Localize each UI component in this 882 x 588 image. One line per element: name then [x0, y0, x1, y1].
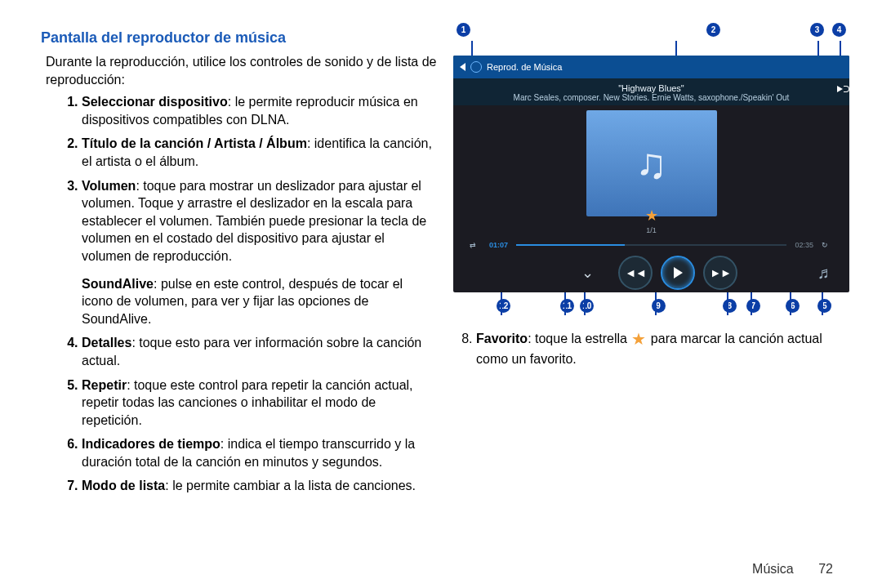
list-mode-icon[interactable]: ♬: [817, 264, 830, 283]
feature-list-right: Favorito: toque la estrella ★ para marca…: [453, 328, 849, 368]
section-heading: Pantalla del reproductor de música: [41, 29, 437, 47]
repeat-icon[interactable]: [822, 241, 833, 249]
item-rest: : le permite cambiar a la lista de canci…: [165, 479, 416, 492]
progress-bar[interactable]: [516, 244, 786, 246]
back-icon[interactable]: [460, 63, 466, 71]
time-total: 02:35: [795, 241, 813, 249]
callout-1: 1: [457, 23, 470, 37]
song-artist: Marc Seales, composer. New Stories. Erni…: [453, 93, 849, 102]
callout-12: 12: [497, 299, 510, 313]
item-lead: Volumen: [82, 179, 136, 193]
item8-pre: : toque la estrella: [528, 332, 630, 345]
callout-7: 7: [746, 299, 760, 313]
callout-2: 2: [706, 23, 720, 37]
callout-5: 5: [817, 299, 831, 313]
item-lead: Repetir: [82, 378, 127, 392]
item-lead: Título de la canción / Artista / Álbum: [82, 136, 307, 150]
item-lead: Indicadores de tiempo: [82, 437, 220, 451]
item-lead: SoundAlive: [82, 277, 154, 291]
next-button[interactable]: ►►: [703, 256, 737, 290]
callout-9: 9: [652, 299, 666, 313]
chevron-down-icon[interactable]: ⌄: [581, 264, 594, 282]
music-note-icon: ♫: [635, 139, 667, 188]
item-rest: : toque este control para repetir la can…: [82, 378, 413, 427]
footer-section: Música: [752, 562, 794, 576]
item-lead: Favorito: [476, 332, 528, 345]
callout-8: 8: [723, 299, 737, 313]
item-lead: Seleccionar dispositivo: [82, 95, 228, 109]
item-rest: : toque esto para ver información sobre …: [82, 336, 421, 368]
feature-list: Seleccionar dispositivo: le permite repr…: [41, 93, 437, 495]
play-button[interactable]: [661, 256, 695, 290]
shuffle-icon[interactable]: [470, 241, 481, 249]
item-lead: Modo de lista: [82, 479, 165, 492]
callout-4: 4: [832, 23, 846, 37]
prev-button[interactable]: ◄◄: [618, 256, 653, 290]
time-elapsed: 01:07: [489, 241, 508, 249]
page-footer: Música 72: [752, 562, 833, 577]
player-title: Reprod. de Música: [487, 62, 562, 72]
album-art[interactable]: ♫ ★: [586, 110, 717, 216]
music-player-screenshot: Reprod. de Música "Highway Blues" Marc S…: [453, 56, 849, 292]
footer-page-number: 72: [818, 562, 833, 576]
star-icon: ★: [630, 328, 647, 350]
callout-11: 11: [560, 299, 574, 313]
dlna-device-icon[interactable]: [470, 61, 482, 73]
volume-icon[interactable]: [837, 85, 843, 94]
callout-10: 10: [580, 299, 594, 313]
intro-paragraph: Durante la reproducción, utilice los con…: [41, 53, 437, 88]
favorite-star-icon[interactable]: ★: [645, 207, 658, 225]
callout-6: 6: [786, 299, 800, 313]
song-title: "Highway Blues": [453, 83, 849, 93]
callout-3: 3: [810, 23, 824, 37]
item-lead: Detalles: [82, 336, 131, 350]
